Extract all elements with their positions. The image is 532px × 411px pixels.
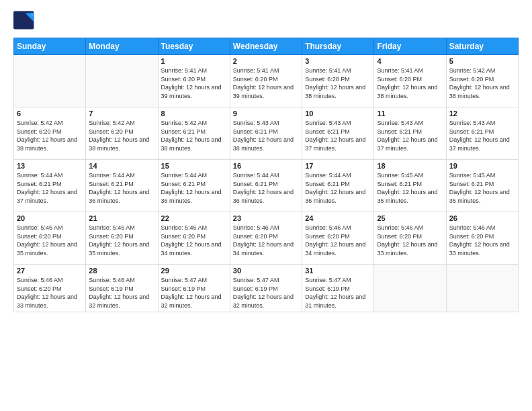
- day-number: 3: [305, 57, 371, 65]
- weekday-header: Saturday: [446, 38, 518, 55]
- day-number: 16: [233, 162, 299, 170]
- calendar-day-cell: 16Sunrise: 5:44 AM Sunset: 6:21 PM Dayli…: [230, 160, 302, 212]
- day-number: 21: [89, 214, 154, 222]
- day-info: Sunrise: 5:42 AM Sunset: 6:21 PM Dayligh…: [161, 119, 227, 152]
- calendar-week-row: 27Sunrise: 5:46 AM Sunset: 6:20 PM Dayli…: [14, 265, 519, 312]
- day-number: 24: [305, 214, 371, 222]
- day-info: Sunrise: 5:43 AM Sunset: 6:21 PM Dayligh…: [449, 119, 515, 152]
- logo-icon: [13, 11, 35, 30]
- weekday-header: Sunday: [14, 38, 86, 55]
- calendar-day-cell: 8Sunrise: 5:42 AM Sunset: 6:21 PM Daylig…: [158, 107, 230, 160]
- day-number: 31: [305, 267, 371, 275]
- day-number: 29: [161, 267, 227, 275]
- calendar-table: SundayMondayTuesdayWednesdayThursdayFrid…: [13, 38, 519, 312]
- day-number: 23: [233, 214, 299, 222]
- day-info: Sunrise: 5:46 AM Sunset: 6:20 PM Dayligh…: [305, 224, 371, 257]
- calendar-day-cell: 11Sunrise: 5:43 AM Sunset: 6:21 PM Dayli…: [374, 107, 446, 160]
- calendar-day-cell: 23Sunrise: 5:46 AM Sunset: 6:20 PM Dayli…: [230, 212, 302, 265]
- calendar-day-cell: 17Sunrise: 5:44 AM Sunset: 6:21 PM Dayli…: [302, 160, 374, 212]
- day-info: Sunrise: 5:45 AM Sunset: 6:21 PM Dayligh…: [377, 171, 443, 205]
- day-number: 4: [377, 57, 443, 65]
- calendar-week-row: 20Sunrise: 5:45 AM Sunset: 6:20 PM Dayli…: [14, 212, 519, 265]
- calendar-day-cell: 15Sunrise: 5:44 AM Sunset: 6:21 PM Dayli…: [158, 160, 230, 212]
- day-info: Sunrise: 5:41 AM Sunset: 6:20 PM Dayligh…: [161, 66, 227, 100]
- weekday-header: Tuesday: [158, 38, 230, 55]
- calendar-day-cell: [86, 55, 158, 107]
- day-info: Sunrise: 5:43 AM Sunset: 6:21 PM Dayligh…: [377, 119, 443, 152]
- calendar-day-cell: [374, 265, 446, 312]
- calendar-day-cell: 3Sunrise: 5:41 AM Sunset: 6:20 PM Daylig…: [302, 55, 374, 107]
- day-number: 7: [89, 109, 154, 118]
- day-info: Sunrise: 5:42 AM Sunset: 6:20 PM Dayligh…: [17, 119, 83, 152]
- logo: [13, 11, 38, 30]
- calendar-day-cell: 19Sunrise: 5:45 AM Sunset: 6:21 PM Dayli…: [446, 160, 518, 212]
- calendar-week-row: 13Sunrise: 5:44 AM Sunset: 6:21 PM Dayli…: [14, 160, 519, 212]
- day-number: 9: [233, 109, 299, 118]
- calendar-week-row: 6Sunrise: 5:42 AM Sunset: 6:20 PM Daylig…: [14, 107, 519, 160]
- day-number: 18: [377, 162, 443, 170]
- calendar-week-row: 1Sunrise: 5:41 AM Sunset: 6:20 PM Daylig…: [14, 55, 519, 107]
- day-number: 1: [161, 57, 227, 65]
- day-info: Sunrise: 5:46 AM Sunset: 6:19 PM Dayligh…: [89, 276, 154, 310]
- weekday-header: Friday: [374, 38, 446, 55]
- weekday-header: Thursday: [302, 38, 374, 55]
- day-info: Sunrise: 5:47 AM Sunset: 6:19 PM Dayligh…: [161, 276, 227, 310]
- calendar-day-cell: 30Sunrise: 5:47 AM Sunset: 6:19 PM Dayli…: [230, 265, 302, 312]
- calendar-day-cell: 29Sunrise: 5:47 AM Sunset: 6:19 PM Dayli…: [158, 265, 230, 312]
- day-info: Sunrise: 5:44 AM Sunset: 6:21 PM Dayligh…: [89, 171, 154, 205]
- day-number: 12: [449, 109, 515, 118]
- calendar-day-cell: 5Sunrise: 5:42 AM Sunset: 6:20 PM Daylig…: [446, 55, 518, 107]
- calendar-day-cell: 26Sunrise: 5:46 AM Sunset: 6:20 PM Dayli…: [446, 212, 518, 265]
- day-number: 14: [89, 162, 154, 170]
- day-info: Sunrise: 5:47 AM Sunset: 6:19 PM Dayligh…: [305, 276, 371, 310]
- calendar-day-cell: 18Sunrise: 5:45 AM Sunset: 6:21 PM Dayli…: [374, 160, 446, 212]
- calendar-day-cell: [446, 265, 518, 312]
- calendar-day-cell: 22Sunrise: 5:45 AM Sunset: 6:20 PM Dayli…: [158, 212, 230, 265]
- day-info: Sunrise: 5:45 AM Sunset: 6:20 PM Dayligh…: [161, 224, 227, 257]
- day-info: Sunrise: 5:44 AM Sunset: 6:21 PM Dayligh…: [233, 171, 299, 205]
- day-number: 25: [377, 214, 443, 222]
- day-number: 17: [305, 162, 371, 170]
- day-info: Sunrise: 5:42 AM Sunset: 6:20 PM Dayligh…: [449, 66, 515, 100]
- day-number: 20: [17, 214, 83, 222]
- calendar-day-cell: [14, 55, 86, 107]
- day-info: Sunrise: 5:44 AM Sunset: 6:21 PM Dayligh…: [161, 171, 227, 205]
- day-info: Sunrise: 5:47 AM Sunset: 6:19 PM Dayligh…: [233, 276, 299, 310]
- day-info: Sunrise: 5:46 AM Sunset: 6:20 PM Dayligh…: [233, 224, 299, 257]
- day-number: 19: [449, 162, 515, 170]
- day-number: 22: [161, 214, 227, 222]
- day-info: Sunrise: 5:44 AM Sunset: 6:21 PM Dayligh…: [305, 171, 371, 205]
- day-number: 5: [449, 57, 515, 65]
- calendar-day-cell: 12Sunrise: 5:43 AM Sunset: 6:21 PM Dayli…: [446, 107, 518, 160]
- day-info: Sunrise: 5:43 AM Sunset: 6:21 PM Dayligh…: [233, 119, 299, 152]
- weekday-header: Monday: [86, 38, 158, 55]
- day-info: Sunrise: 5:43 AM Sunset: 6:21 PM Dayligh…: [305, 119, 371, 152]
- day-number: 2: [233, 57, 299, 65]
- day-info: Sunrise: 5:41 AM Sunset: 6:20 PM Dayligh…: [377, 66, 443, 100]
- day-info: Sunrise: 5:46 AM Sunset: 6:20 PM Dayligh…: [449, 224, 515, 257]
- day-info: Sunrise: 5:46 AM Sunset: 6:20 PM Dayligh…: [17, 276, 83, 310]
- calendar-header-row: SundayMondayTuesdayWednesdayThursdayFrid…: [14, 38, 519, 55]
- day-number: 13: [17, 162, 83, 170]
- day-number: 6: [17, 109, 83, 118]
- day-info: Sunrise: 5:45 AM Sunset: 6:20 PM Dayligh…: [17, 224, 83, 257]
- day-number: 26: [449, 214, 515, 222]
- calendar-day-cell: 25Sunrise: 5:46 AM Sunset: 6:20 PM Dayli…: [374, 212, 446, 265]
- calendar-day-cell: 1Sunrise: 5:41 AM Sunset: 6:20 PM Daylig…: [158, 55, 230, 107]
- day-number: 28: [89, 267, 154, 275]
- day-info: Sunrise: 5:44 AM Sunset: 6:21 PM Dayligh…: [17, 171, 83, 205]
- day-info: Sunrise: 5:46 AM Sunset: 6:20 PM Dayligh…: [377, 224, 443, 257]
- calendar-day-cell: 27Sunrise: 5:46 AM Sunset: 6:20 PM Dayli…: [14, 265, 86, 312]
- day-info: Sunrise: 5:45 AM Sunset: 6:20 PM Dayligh…: [89, 224, 154, 257]
- calendar-day-cell: 7Sunrise: 5:42 AM Sunset: 6:20 PM Daylig…: [86, 107, 158, 160]
- day-info: Sunrise: 5:41 AM Sunset: 6:20 PM Dayligh…: [305, 66, 371, 100]
- day-info: Sunrise: 5:42 AM Sunset: 6:20 PM Dayligh…: [89, 119, 154, 152]
- day-number: 15: [161, 162, 227, 170]
- calendar-day-cell: 4Sunrise: 5:41 AM Sunset: 6:20 PM Daylig…: [374, 55, 446, 107]
- day-number: 10: [305, 109, 371, 118]
- calendar-day-cell: 9Sunrise: 5:43 AM Sunset: 6:21 PM Daylig…: [230, 107, 302, 160]
- weekday-header: Wednesday: [230, 38, 302, 55]
- day-number: 30: [233, 267, 299, 275]
- day-number: 27: [17, 267, 83, 275]
- page: SundayMondayTuesdayWednesdayThursdayFrid…: [0, 0, 532, 411]
